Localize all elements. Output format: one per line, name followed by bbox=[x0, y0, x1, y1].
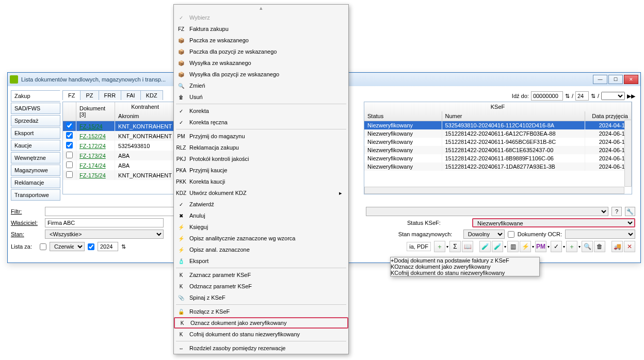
ksef-row[interactable]: Niezweryfikowany1512281422-20240617-1DA8… bbox=[364, 162, 632, 171]
menu-item[interactable]: 🗑Usuń bbox=[174, 91, 348, 103]
doc-row[interactable]: FZ-152/24KNT_KONTRAHENT bbox=[63, 131, 175, 141]
row-check[interactable] bbox=[66, 132, 73, 139]
filtr-combo[interactable] bbox=[366, 207, 608, 216]
doc-link[interactable]: FZ-172/24 bbox=[79, 143, 106, 149]
row-check[interactable] bbox=[66, 122, 73, 129]
stan-mag-select[interactable]: Dowolny bbox=[463, 230, 505, 239]
menu-item[interactable]: 📦Wysyłka dla pozycji ze wskazanego bbox=[174, 69, 348, 80]
menu-up-arrow-icon[interactable]: ▴ bbox=[174, 5, 348, 12]
menu-item[interactable]: ✓Zatwierdź bbox=[174, 199, 348, 210]
status-ksef-select[interactable]: Niezweryfikowane bbox=[472, 218, 635, 227]
menu-item[interactable]: ✖Anuluj bbox=[174, 210, 348, 221]
documents-grid[interactable]: Dokument [3] Kontrahent Akronim FZ-15/24… bbox=[62, 102, 176, 194]
doc-row[interactable]: FZ-174/24ABA bbox=[63, 160, 175, 170]
doc-row[interactable]: FZ-172/245325493810 bbox=[63, 141, 175, 151]
ksef-row[interactable]: Niezweryfikowany1512281422-20240611-6A12… bbox=[364, 129, 632, 138]
vtab-kaucje[interactable]: Kaucje bbox=[11, 140, 60, 151]
col-status[interactable]: Status bbox=[364, 111, 442, 121]
doc-row[interactable]: FZ-175/24KNT_KONTRAHENT bbox=[63, 170, 175, 180]
submenu-item[interactable]: KOznacz dokument jako zweryfikowany bbox=[391, 264, 539, 270]
close-button[interactable]: ✕ bbox=[624, 75, 638, 84]
minimize-button[interactable]: — bbox=[593, 75, 607, 84]
maximize-button[interactable]: ☐ bbox=[608, 75, 623, 84]
tb-truck[interactable]: 🚚 bbox=[611, 241, 623, 252]
htab-kdz[interactable]: KDZ bbox=[140, 90, 163, 100]
menu-item[interactable]: 📦Paczka ze wskazanego bbox=[174, 35, 348, 46]
ksef-row[interactable]: Niezweryfikowany5325493810-20240416-112C… bbox=[364, 121, 632, 130]
ksef-row[interactable]: Niezweryfikowany1512281422-20240611-9465… bbox=[364, 138, 632, 146]
menu-item[interactable]: KOdznacz parametr KSeF bbox=[174, 281, 348, 292]
menu-item[interactable]: 🔍Zmień bbox=[174, 80, 348, 91]
tb-trash[interactable]: 🗑 bbox=[594, 241, 605, 252]
menu-item[interactable]: FZFaktura zakupu bbox=[174, 23, 348, 35]
menu-item[interactable]: KDZUtwórz dokument KDZ▸ bbox=[174, 187, 348, 199]
tb-flask2[interactable]: 🧪 bbox=[492, 241, 503, 252]
menu-item[interactable]: PKAPrzyjmij kaucje bbox=[174, 165, 348, 176]
menu-item[interactable]: KCofnij dokument do stanu niezweryfikowa… bbox=[174, 329, 348, 340]
goto-select[interactable] bbox=[601, 92, 625, 100]
doc-link[interactable]: FZ-152/24 bbox=[79, 133, 106, 139]
tb-cancel[interactable]: ✕ bbox=[624, 241, 635, 252]
stan-select[interactable]: <Wszystkie> bbox=[45, 230, 164, 239]
month-select[interactable]: Czerwiec bbox=[50, 242, 85, 251]
menu-item[interactable]: KZaznacz parametr KSeF bbox=[174, 269, 348, 281]
tb-check[interactable]: ✓ bbox=[551, 241, 562, 252]
hscroll[interactable] bbox=[364, 187, 624, 194]
doc-row[interactable]: FZ-15/24KNT_KONTRAHENT bbox=[63, 121, 175, 132]
help-button[interactable]: ? bbox=[611, 207, 622, 216]
vtab-zakup[interactable]: Zakup bbox=[11, 90, 60, 102]
menu-item[interactable]: ✓Korekta bbox=[174, 105, 348, 117]
htab-frr[interactable]: FRR bbox=[99, 90, 122, 100]
tb-plus2[interactable]: ＋ bbox=[566, 241, 577, 252]
row-check[interactable] bbox=[66, 161, 73, 168]
ksef-row[interactable]: Niezweryfikowany1512281422-20240611-8B98… bbox=[364, 154, 632, 162]
menu-item[interactable]: ✓Korekta ręczna bbox=[174, 117, 348, 128]
vscroll[interactable] bbox=[624, 120, 632, 187]
tb-sigma[interactable]: Σ bbox=[449, 241, 461, 252]
menu-item[interactable]: PMPrzyjmij do magazynu bbox=[174, 130, 348, 142]
menu-item[interactable]: ⚡Opisz analitycznie zaznaczone wg wzorca bbox=[174, 233, 348, 244]
tb-zoom[interactable]: 🔍 bbox=[582, 241, 593, 252]
menu-item[interactable]: KOznacz dokument jako zweryfikowany bbox=[174, 317, 348, 329]
year-check[interactable] bbox=[88, 243, 94, 250]
menu-item[interactable]: ↔Rozdziel zasoby pomiędzy rezerwacje bbox=[174, 342, 348, 354]
menu-item[interactable]: 📦Paczka dla pozycji ze wskazanego bbox=[174, 46, 348, 57]
menu-item[interactable]: RLZReklamacja zakupu bbox=[174, 142, 348, 153]
row-check[interactable] bbox=[66, 152, 73, 158]
doc-link[interactable]: FZ-175/24 bbox=[79, 172, 106, 178]
menu-item[interactable]: ⚡Księguj bbox=[174, 221, 348, 233]
goto-day[interactable] bbox=[575, 91, 589, 101]
wlasciciel-input[interactable] bbox=[45, 218, 164, 227]
ksef-grid[interactable]: KSeF Status Numer Data przyjęcia Niezwer… bbox=[364, 102, 632, 194]
wrench-button[interactable]: 🔧 bbox=[625, 207, 635, 216]
tb-book[interactable]: 📖 bbox=[462, 241, 473, 252]
tb-lightning[interactable]: ⚡ bbox=[520, 241, 531, 252]
doc-row[interactable]: FZ-173/24ABA bbox=[63, 151, 175, 160]
doc-link[interactable]: FZ-173/24 bbox=[79, 153, 106, 159]
vtab-magazynowe[interactable]: Magazynowe bbox=[11, 165, 60, 176]
vtab-sprzedaż[interactable]: Sprzedaż bbox=[11, 115, 60, 126]
htab-fai[interactable]: FAI bbox=[121, 90, 141, 100]
menu-item[interactable]: ⚡Opisz anal. zaznaczone bbox=[174, 244, 348, 255]
col-kontr[interactable]: Akronim bbox=[115, 111, 175, 121]
context-menu[interactable]: ▴ ✓WybierzFZFaktura zakupu📦Paczka ze wsk… bbox=[173, 4, 349, 354]
menu-item[interactable]: PKJProtokół kontroli jakości bbox=[174, 153, 348, 165]
row-check[interactable] bbox=[66, 171, 73, 178]
goto-num[interactable] bbox=[531, 91, 563, 101]
menu-item[interactable]: 📦Wysyłka ze wskazanego bbox=[174, 57, 348, 69]
year-input[interactable] bbox=[98, 242, 118, 251]
doc-link[interactable]: FZ-174/24 bbox=[79, 162, 106, 169]
vtab-sad/fws[interactable]: SAD/FWS bbox=[11, 103, 60, 114]
dok-ocr-select[interactable] bbox=[565, 230, 635, 239]
month-check[interactable] bbox=[40, 243, 46, 250]
vtab-eksport[interactable]: Eksport bbox=[11, 127, 60, 139]
dok-ocr-check[interactable] bbox=[508, 231, 514, 238]
htab-fz[interactable]: FZ bbox=[62, 90, 81, 100]
tb-pm[interactable]: PM bbox=[535, 241, 546, 252]
tb-flask[interactable]: 🧪 bbox=[479, 241, 491, 252]
submenu-item[interactable]: +Dodaj dokument na podstawie faktury z K… bbox=[391, 257, 539, 264]
htab-pz[interactable]: PZ bbox=[80, 90, 99, 100]
menu-item[interactable]: 📎Spinaj z KSeF bbox=[174, 292, 348, 303]
tb-plus[interactable]: ＋ bbox=[434, 241, 445, 252]
tb-columns[interactable]: ▥ bbox=[507, 241, 519, 252]
